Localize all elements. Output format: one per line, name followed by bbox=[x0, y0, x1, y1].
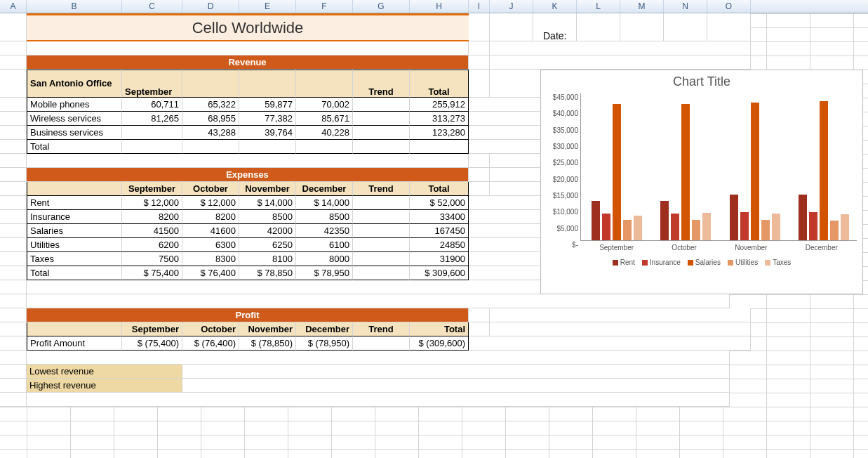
data-cell[interactable]: 41500 bbox=[122, 224, 182, 238]
cell[interactable] bbox=[0, 154, 27, 168]
cell[interactable] bbox=[469, 336, 751, 351]
cell[interactable] bbox=[469, 70, 490, 98]
data-cell[interactable]: 59,877 bbox=[239, 98, 296, 112]
cell[interactable] bbox=[469, 154, 490, 168]
col-F[interactable]: F bbox=[296, 0, 353, 13]
cell[interactable] bbox=[0, 393, 27, 407]
cell[interactable] bbox=[0, 112, 27, 126]
data-cell[interactable] bbox=[182, 140, 239, 154]
data-cell[interactable]: 8000 bbox=[296, 252, 353, 266]
cell[interactable] bbox=[620, 13, 664, 41]
cell[interactable] bbox=[664, 13, 707, 41]
chart[interactable]: Chart Title $-$5,000$10,000$15,000$20,00… bbox=[540, 70, 863, 294]
data-cell[interactable] bbox=[122, 140, 182, 154]
cell[interactable] bbox=[27, 322, 122, 336]
data-cell[interactable] bbox=[353, 224, 410, 238]
cell[interactable] bbox=[490, 308, 751, 322]
cell[interactable] bbox=[0, 322, 27, 336]
data-cell[interactable] bbox=[353, 196, 410, 210]
col-C[interactable]: C bbox=[122, 0, 182, 13]
data-cell[interactable]: 39,764 bbox=[239, 126, 296, 140]
cell[interactable] bbox=[27, 182, 122, 196]
cell[interactable] bbox=[0, 210, 27, 224]
row-label[interactable]: Rent bbox=[27, 196, 122, 210]
data-cell[interactable]: 167450 bbox=[410, 224, 469, 238]
data-cell[interactable]: 40,228 bbox=[296, 126, 353, 140]
data-cell[interactable]: $ 76,400 bbox=[182, 266, 239, 280]
cell[interactable] bbox=[0, 70, 27, 98]
cell[interactable] bbox=[707, 13, 751, 41]
cell[interactable] bbox=[27, 351, 730, 365]
data-cell[interactable]: 31900 bbox=[410, 252, 469, 266]
col-J[interactable]: J bbox=[490, 0, 533, 13]
cell[interactable] bbox=[0, 55, 27, 70]
cell[interactable] bbox=[27, 393, 730, 407]
data-cell[interactable]: $ (76,400) bbox=[182, 336, 239, 351]
data-cell[interactable] bbox=[353, 252, 410, 266]
row-label[interactable]: Profit Amount bbox=[27, 336, 122, 351]
data-cell[interactable]: 60,711 bbox=[122, 98, 182, 112]
cell[interactable] bbox=[469, 308, 490, 322]
col-N[interactable]: N bbox=[664, 0, 707, 13]
cell[interactable] bbox=[0, 351, 27, 365]
data-cell[interactable]: $ (78,950) bbox=[296, 336, 353, 351]
cell[interactable] bbox=[0, 294, 27, 308]
data-cell[interactable]: 85,671 bbox=[296, 112, 353, 126]
col-I[interactable]: I bbox=[469, 0, 490, 13]
cell[interactable] bbox=[0, 308, 27, 322]
col-A[interactable]: A bbox=[0, 0, 27, 13]
cell[interactable] bbox=[0, 13, 27, 41]
cell[interactable] bbox=[0, 224, 27, 238]
data-cell[interactable]: $ 52,000 bbox=[410, 196, 469, 210]
data-cell[interactable]: 8500 bbox=[296, 210, 353, 224]
data-cell[interactable]: 123,280 bbox=[410, 126, 469, 140]
data-cell[interactable]: $ 14,000 bbox=[296, 196, 353, 210]
data-cell[interactable] bbox=[296, 140, 353, 154]
cell[interactable] bbox=[0, 140, 27, 154]
data-cell[interactable]: $ 78,850 bbox=[239, 266, 296, 280]
data-cell[interactable]: 70,002 bbox=[296, 98, 353, 112]
col-O[interactable]: O bbox=[707, 0, 751, 13]
data-cell[interactable]: $ 78,950 bbox=[296, 266, 353, 280]
cell[interactable] bbox=[0, 168, 27, 182]
data-cell[interactable] bbox=[353, 112, 410, 126]
cell[interactable] bbox=[182, 379, 730, 393]
row-label[interactable]: Business services bbox=[27, 126, 122, 140]
data-cell[interactable]: 8300 bbox=[182, 252, 239, 266]
cell[interactable] bbox=[469, 168, 490, 182]
col-G[interactable]: G bbox=[353, 0, 410, 13]
data-cell[interactable]: 41600 bbox=[182, 224, 239, 238]
col-H[interactable]: H bbox=[410, 0, 469, 13]
col-B[interactable]: B bbox=[27, 0, 122, 13]
data-cell[interactable]: $ (309,600) bbox=[410, 336, 469, 351]
data-cell[interactable]: 8500 bbox=[239, 210, 296, 224]
data-cell[interactable] bbox=[353, 238, 410, 252]
data-cell[interactable]: 68,955 bbox=[182, 112, 239, 126]
data-cell[interactable] bbox=[239, 140, 296, 154]
data-cell[interactable]: 313,273 bbox=[410, 112, 469, 126]
col-E[interactable]: E bbox=[239, 0, 296, 13]
data-cell[interactable]: 6200 bbox=[122, 238, 182, 252]
data-cell[interactable] bbox=[353, 126, 410, 140]
row-label[interactable]: Utilities bbox=[27, 238, 122, 252]
cell[interactable] bbox=[0, 252, 27, 266]
row-label[interactable]: Total bbox=[27, 140, 122, 154]
cell[interactable] bbox=[0, 365, 27, 379]
data-cell[interactable]: 77,382 bbox=[239, 112, 296, 126]
cell[interactable] bbox=[182, 365, 730, 379]
cell[interactable] bbox=[490, 41, 751, 55]
data-cell[interactable] bbox=[353, 140, 410, 154]
cell[interactable] bbox=[0, 41, 27, 55]
row-label[interactable]: Mobile phones bbox=[27, 98, 122, 112]
data-cell[interactable]: 42350 bbox=[296, 224, 353, 238]
cell[interactable] bbox=[27, 294, 730, 308]
cell[interactable] bbox=[469, 13, 490, 41]
data-cell[interactable] bbox=[353, 266, 410, 280]
cell[interactable] bbox=[0, 182, 27, 196]
cell[interactable] bbox=[0, 280, 27, 294]
data-cell[interactable]: 24850 bbox=[410, 238, 469, 252]
grid[interactable]: Cello Worldwide Revenue bbox=[0, 13, 868, 458]
data-cell[interactable] bbox=[410, 140, 469, 154]
cell[interactable] bbox=[0, 196, 27, 210]
cell[interactable] bbox=[469, 182, 490, 196]
